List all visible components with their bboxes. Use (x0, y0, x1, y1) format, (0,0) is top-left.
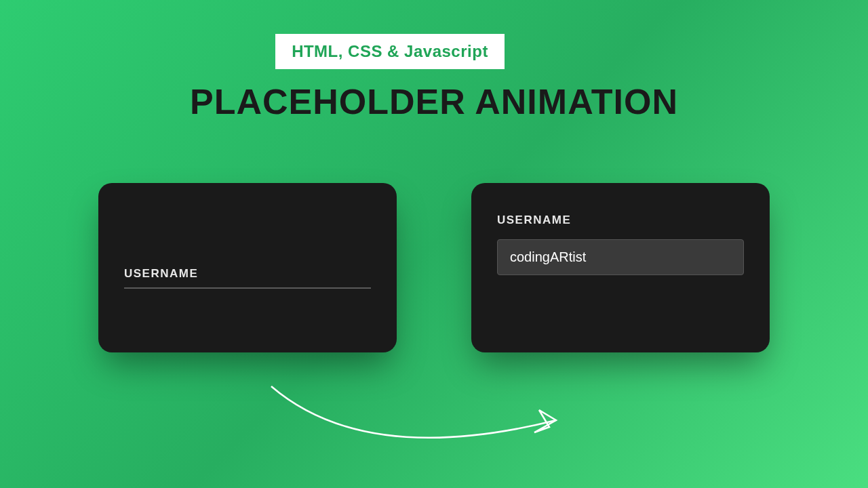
arrow-icon (231, 373, 637, 468)
arrow-decoration (231, 373, 637, 468)
username-input-empty[interactable] (124, 287, 371, 289)
page-title: PLACEHOLDER ANIMATION (0, 81, 868, 122)
username-input-filled[interactable] (497, 239, 744, 275)
username-label-placeholder: USERNAME (124, 267, 371, 281)
tech-badge: HTML, CSS & Javascript (275, 34, 505, 69)
card-empty-state: USERNAME (98, 183, 397, 352)
username-label-floated: USERNAME (497, 214, 744, 227)
header: HTML, CSS & Javascript PLACEHOLDER ANIMA… (0, 0, 868, 122)
card-filled-state: USERNAME (471, 183, 770, 352)
cards-container: USERNAME USERNAME (0, 183, 868, 352)
